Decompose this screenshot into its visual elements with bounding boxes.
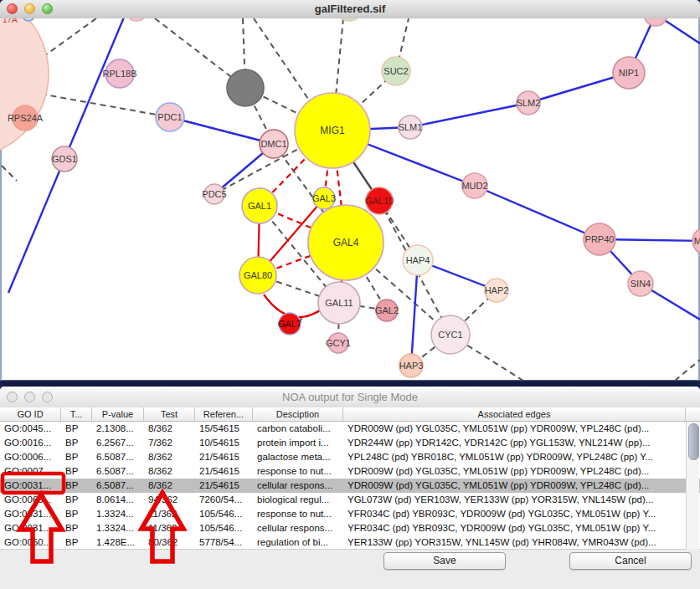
node-label-GAL2: GAL2	[375, 305, 399, 315]
table-row[interactable]: GO:0031...BP1.3324...11/362105/546...cel…	[0, 521, 700, 535]
cell-description: protein import i...	[253, 436, 343, 450]
cell-associated-edges: YPL248C (pd) YBR018C, YML051W (pp) YDR00…	[343, 450, 686, 464]
table-row[interactable]: GO:0050...BP1.428E...80/3625778/54...reg…	[0, 535, 700, 550]
node-label-GAL3: GAL3	[312, 193, 336, 203]
network-graph: RPL18BRPS24AGDS1PDC1DMC1MIG1SUC2SLM1SLM2…	[0, 18, 700, 381]
node-label-HAP3: HAP3	[399, 361, 424, 371]
cell-p-value: 6.2567...	[92, 436, 144, 450]
network-canvas[interactable]: RPL18BRPS24AGDS1PDC1DMC1MIG1SUC2SLM1SLM2…	[0, 18, 700, 381]
cell-type: BP	[61, 436, 92, 450]
cell-p-value: 1.3324...	[92, 507, 144, 521]
table-row[interactable]: GO:0007...BP6.5087...8/36221/54615respon…	[0, 464, 700, 479]
graph-node-graynode[interactable]	[227, 69, 264, 106]
column-header-referen[interactable]: Referen...	[195, 407, 253, 421]
cell-go-id: GO:0031...	[0, 507, 61, 521]
table-scrollbar[interactable]	[686, 422, 699, 550]
table-row[interactable]: GO:0065...BP8.0614...94/3627260/54...bio…	[0, 493, 700, 507]
node-label-CYC1: CYC1	[438, 330, 462, 340]
table-header: GO IDT...P-valueTestReferen...Desciption…	[0, 407, 700, 422]
node-label-MSL1: MSL1	[694, 236, 700, 246]
node-label-SLM2: SLM2	[517, 98, 541, 108]
cell-test: 11/362	[144, 521, 195, 535]
node-label-HAP2: HAP2	[485, 285, 509, 295]
node-label-GCY1: GCY1	[326, 338, 351, 348]
cancel-button[interactable]: Cancel	[569, 552, 692, 570]
edge-pp	[410, 103, 528, 127]
cell-description: biological regul...	[253, 493, 343, 507]
table-row-selected[interactable]: GO:0031...BP6.5087...8/36221/54615cellul…	[0, 479, 700, 493]
cell-associated-edges: YER133W (pp) YOR315W, YNL145W (pd) YHR08…	[343, 535, 686, 550]
graph-window-title: galFiltered.sif	[0, 3, 700, 15]
cell-reference: 21/54615	[195, 450, 253, 464]
column-header-associated-edges[interactable]: Associated edges	[343, 407, 686, 421]
table-row[interactable]: GO:0031...BP1.3324...11/362105/546...res…	[0, 507, 700, 521]
cell-description: cellular respons...	[253, 521, 343, 535]
cell-associated-edges: YDR009W (pd) YGL035C, YML051W (pp) YDR00…	[343, 464, 686, 479]
cell-go-id: GO:0031...	[0, 521, 61, 535]
graph-node-top-pink-left[interactable]	[126, 18, 147, 21]
edge-pp	[475, 186, 600, 239]
cell-description: response to nut...	[253, 507, 343, 521]
cell-reference: 21/54615	[195, 479, 253, 493]
cell-associated-edges: YDR009W (pd) YGL035C, YML051W (pp) YDR00…	[343, 422, 686, 436]
graph-node-top-green[interactable]	[336, 18, 363, 21]
cell-type: BP	[61, 493, 92, 507]
edge-pd	[675, 360, 700, 381]
scrollbar-thumb[interactable]	[688, 423, 699, 460]
cell-test: 7/362	[144, 436, 195, 450]
edge-pp	[411, 260, 418, 366]
cell-test: 11/362	[144, 507, 195, 521]
node-label-GAL1: GAL1	[248, 201, 271, 211]
node-label-RPS24A: RPS24A	[8, 113, 44, 123]
cell-description: response to nut...	[253, 464, 343, 479]
column-header-test[interactable]: Test	[144, 407, 195, 421]
node-label-GAL10: GAL10	[365, 196, 394, 206]
node-label-PDC1: PDC1	[157, 112, 182, 122]
cell-associated-edges: YGL073W (pd) YER103W, YER133W (pp) YOR31…	[343, 493, 686, 507]
column-header-desciption[interactable]: Desciption	[253, 407, 343, 421]
noa-window-titlebar[interactable]: NOA output for Single Mode	[0, 387, 700, 408]
table-row[interactable]: GO:0006...BP6.5087...8/36221/54615galact…	[0, 450, 700, 464]
table-body: GO:0045...BP2.1308...8/36215/54615carbon…	[0, 422, 700, 550]
column-header-p-value[interactable]: P-value	[92, 407, 144, 421]
graph-node-top-pink-right[interactable]	[644, 18, 667, 26]
cell-go-id: GO:0045...	[0, 422, 61, 436]
cell-reference: 7260/54...	[195, 493, 253, 507]
node-label-SLM1: SLM1	[399, 122, 423, 132]
cell-p-value: 6.5087...	[92, 450, 144, 464]
cell-go-id: GO:0006...	[0, 450, 61, 464]
cell-reference: 5778/54...	[195, 535, 253, 550]
cell-go-id: GO:0065...	[0, 493, 61, 507]
graph-node-bigleft[interactable]	[0, 18, 49, 157]
cell-associated-edges: YDR009W (pd) YGL035C, YML051W (pp) YDR00…	[343, 479, 686, 493]
cell-p-value: 6.5087...	[92, 479, 144, 493]
node-label-SIN4: SIN4	[631, 279, 651, 289]
graph-window-titlebar[interactable]: galFiltered.sif	[0, 0, 700, 19]
cell-description: regulation of bi...	[253, 535, 343, 550]
cell-test: 8/362	[144, 479, 195, 493]
cell-test: 8/362	[144, 450, 195, 464]
node-label-MUD2: MUD2	[461, 181, 487, 191]
cell-description: cellular respons...	[253, 479, 343, 493]
noa-window-title: NOA output for Single Mode	[0, 391, 700, 403]
node-label-NIP1: NIP1	[619, 68, 639, 78]
node-label-GAL11: GAL11	[325, 298, 353, 308]
cell-type: BP	[61, 521, 92, 535]
column-header-go-id[interactable]: GO ID	[0, 407, 61, 421]
column-header-t[interactable]: T...	[61, 407, 92, 421]
edge-pp	[170, 117, 274, 144]
cell-reference: 21/54615	[195, 464, 253, 479]
cell-test: 94/362	[144, 493, 195, 507]
table-row[interactable]: GO:0045...BP2.1308...8/36215/54615carbon…	[0, 422, 700, 436]
cell-reference: 15/54615	[195, 422, 253, 436]
cell-type: BP	[61, 450, 92, 464]
edge-pd	[2, 166, 17, 181]
table-row[interactable]: GO:0016...BP6.2567...7/36210/54615protei…	[0, 436, 700, 450]
cell-p-value: 1.3324...	[92, 521, 144, 535]
column-header-stub	[686, 407, 700, 421]
cell-associated-edges: YDR244W (pp) YDR142C, YDR142C (pp) YGL15…	[343, 436, 686, 450]
save-button[interactable]: Save	[383, 552, 506, 570]
cell-type: BP	[61, 535, 92, 550]
cell-go-id: GO:0050...	[0, 535, 61, 550]
noa-window: NOA output for Single Mode GO IDT...P-va…	[0, 387, 700, 589]
